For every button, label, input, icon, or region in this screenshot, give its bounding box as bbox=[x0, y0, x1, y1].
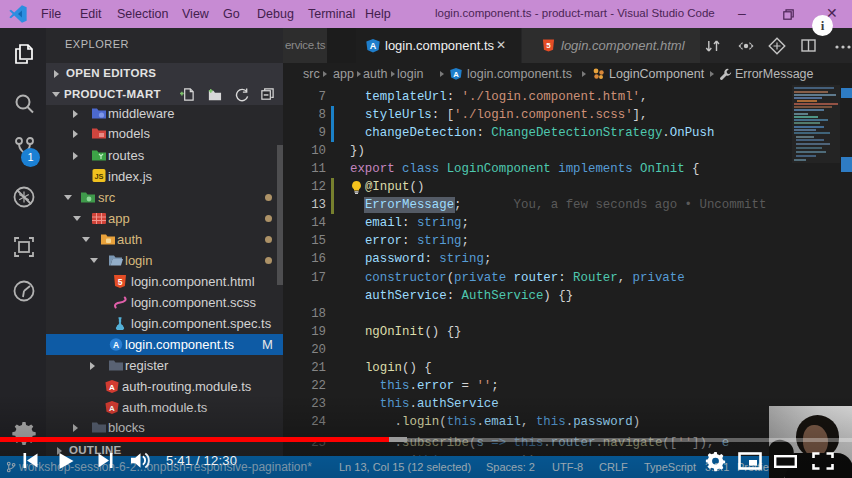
svg-text:A: A bbox=[113, 339, 119, 349]
svg-text:A: A bbox=[109, 382, 115, 391]
svg-text:A: A bbox=[370, 41, 377, 51]
svg-text:5: 5 bbox=[118, 276, 123, 286]
svg-text:JS: JS bbox=[94, 172, 103, 181]
svg-text:A: A bbox=[109, 403, 115, 412]
svg-text:A: A bbox=[453, 70, 459, 79]
svg-text:5: 5 bbox=[546, 41, 551, 50]
